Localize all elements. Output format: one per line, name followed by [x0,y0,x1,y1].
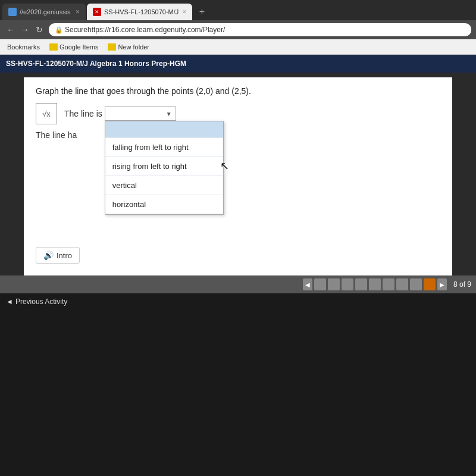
address-bar: ← → ↻ 🔒 Secure https://r16.core.learn.ed… [0,20,476,39]
new-tab-button[interactable]: + [193,4,210,20]
next-page-button[interactable]: ▶ [437,278,447,290]
page-btn-1[interactable] [314,278,326,290]
page-btn-7[interactable] [396,278,408,290]
dropdown-arrow-icon: ▼ [166,111,172,117]
dropdown-menu: falling from left to right rising from l… [105,121,224,215]
dropdown-item-rising[interactable]: rising from left to right [105,157,223,176]
folder-icon-new [108,43,116,51]
bookmark-google-label: Google Items [60,43,98,51]
page-btn-6[interactable] [383,278,394,290]
intro-label: Intro [57,251,72,260]
white-panel: Graph the line that goes through the poi… [24,77,452,275]
tab-favicon-edgenuity: ✕ [93,8,101,16]
page-count: 8 of 9 [453,280,471,289]
address-input[interactable]: 🔒 Secure https://r16.core.learn.edgenuit… [49,23,471,36]
prev-activity-label: Previous Activity [15,298,67,306]
dropdown-item-empty[interactable] [105,121,223,138]
intro-button[interactable]: 🔊 Intro [36,247,80,264]
prev-page-button[interactable]: ◀ [303,278,312,290]
dropdown-item-horizontal[interactable]: horizontal [105,195,223,214]
folder-icon-google [49,43,58,51]
pagination-bar: ◀ ▶ 8 of 9 [0,275,476,293]
page-btn-4[interactable] [355,278,367,290]
page-btn-3[interactable] [342,278,353,290]
formula-label: √x [42,109,51,118]
prev-activity-bar[interactable]: ◄ Previous Activity [6,298,67,306]
nav-buttons: ← → ↻ [5,24,45,36]
tab-label-edgenuity: SS-HVS-FL-1205070-M/J [104,8,178,15]
reload-button[interactable]: ↻ [33,24,45,36]
intro-button-area: 🔊 Intro [36,247,440,264]
bookmarks-bar: Bookmarks Google Items New folder [0,39,476,55]
formula-box[interactable]: √x [36,103,57,124]
tab-bar: //e2020.geniussis × ✕ SS-HVS-FL-1205070-… [0,0,476,20]
tab-label-geniussis: //e2020.geniussis [20,8,71,15]
page-btn-2[interactable] [328,278,340,290]
page-btn-5[interactable] [369,278,381,290]
bookmark-new-folder[interactable]: New folder [105,42,152,52]
back-button[interactable]: ← [5,24,17,36]
bookmark-label: Bookmarks [5,42,42,52]
tab-close-geniussis[interactable]: × [72,8,80,16]
edgenuity-nav: SS-HVS-FL-1205070-M/J Algebra 1 Honors P… [0,55,476,73]
tab-edgenuity[interactable]: ✕ SS-HVS-FL-1205070-M/J × [87,4,192,20]
the-line-ha-text: The line ha [36,130,440,140]
page-btn-9[interactable] [424,278,436,290]
dropdown-container: ▼ falling from left to right rising from… [105,107,176,121]
line-is-label: The line is [64,109,102,118]
forward-button[interactable]: → [19,24,31,36]
secure-label: Secure [65,26,87,34]
page-btn-8[interactable] [410,278,422,290]
edgenuity-nav-title: SS-HVS-FL-1205070-M/J Algebra 1 Honors P… [6,60,186,68]
tab-close-edgenuity[interactable]: × [178,8,186,16]
dropdown-item-falling[interactable]: falling from left to right [105,138,223,157]
tab-geniussis[interactable]: //e2020.geniussis × [2,4,86,20]
question-text: Graph the line that goes through the poi… [36,86,440,96]
bookmark-new-label: New folder [118,43,149,51]
speaker-icon: 🔊 [43,250,54,260]
secure-badge: 🔒 [55,26,63,34]
bookmarks-text: Bookmarks [7,43,40,51]
dropdown-item-vertical[interactable]: vertical [105,176,223,195]
tab-favicon-genius [8,8,17,16]
prev-activity-arrow: ◄ [6,298,13,306]
address-url: https://r16.core.learn.edgenuity.com/Pla… [87,26,225,34]
bookmark-google-items[interactable]: Google Items [47,42,101,52]
dropdown-trigger[interactable]: ▼ [105,107,176,121]
answer-row-1: √x The line is ▼ falling from left to ri… [36,103,440,124]
browser-chrome: //e2020.geniussis × ✕ SS-HVS-FL-1205070-… [0,0,476,55]
